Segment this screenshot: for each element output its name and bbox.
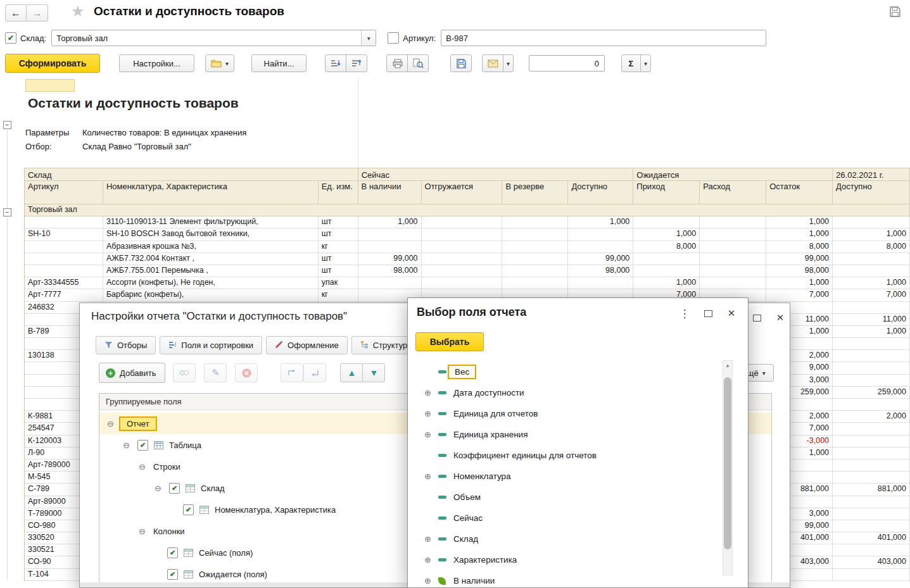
collapse-groups-button[interactable] — [325, 54, 346, 72]
collapse-icon[interactable]: ⊖ — [123, 441, 132, 450]
table-cell — [422, 265, 503, 277]
expand-icon[interactable]: ⊕ — [424, 555, 438, 565]
print-button[interactable] — [386, 54, 408, 72]
table-cell: шт — [319, 253, 358, 265]
warehouse-combobox[interactable]: Торговый зал ▾ — [51, 30, 376, 46]
selected-cell[interactable] — [25, 79, 75, 92]
tree-checkbox[interactable]: ✔ — [169, 483, 180, 494]
column-header-cell: В наличии — [358, 181, 422, 204]
table-cell: 1,000 — [833, 228, 910, 241]
collapse-icon[interactable]: ⊖ — [107, 419, 116, 428]
tab-appearance-brush[interactable]: Оформление — [266, 336, 348, 354]
expand-groups-button[interactable] — [346, 54, 367, 72]
add-button[interactable]: + Добавить — [99, 363, 165, 383]
move-up-button[interactable]: ▲ — [340, 363, 363, 382]
table-row[interactable]: Арт-33344555Ассорти (конфеты), Не годен,… — [25, 277, 910, 289]
field-dialog-title: Выбор поля отчета — [417, 306, 526, 319]
collapse-icon[interactable]: ⊖ — [155, 484, 163, 493]
expand-icon[interactable]: ⊕ — [424, 576, 438, 585]
maximize-icon — [704, 310, 712, 317]
generate-button[interactable]: Сформировать — [5, 54, 100, 73]
table-row[interactable]: 3110-1109013-11 Элемент фильтрующий,шт1,… — [25, 216, 910, 228]
field-item[interactable]: ⊕Номенклатура — [415, 466, 719, 487]
save-result-button[interactable] — [450, 54, 472, 72]
report-variants-button[interactable]: ▾ — [205, 54, 234, 72]
scrollbar-thumb[interactable] — [724, 377, 731, 549]
table-row[interactable]: АЖБ7.732.004 Контакт ,шт99,00099,00099,0… — [25, 253, 910, 265]
table-cell: 403,000 — [833, 556, 910, 568]
select-button[interactable]: Выбрать — [415, 332, 484, 351]
table-cell — [422, 216, 503, 228]
field-item[interactable]: ⊕В наличии — [415, 570, 719, 587]
delete-button[interactable] — [235, 363, 258, 382]
table-group-row[interactable]: Торговый зал — [25, 204, 910, 216]
expand-icon[interactable]: ⊕ — [424, 472, 438, 481]
settings-tabs: ОтборыПоля и сортировкиОформлениеСтрукту… — [96, 336, 420, 354]
favorites-star-icon[interactable]: ★ — [71, 3, 85, 20]
field-item[interactable]: ⊕Дата доступности — [415, 382, 719, 403]
maximize-button[interactable] — [749, 311, 765, 325]
field-dash-icon — [438, 496, 453, 499]
counter-input[interactable]: 0 — [529, 55, 605, 72]
field-item[interactable]: ⊕Единица хранения — [415, 424, 719, 445]
table-cell — [833, 253, 910, 265]
move-down-button[interactable]: ▼ — [362, 363, 385, 382]
expand-icon[interactable]: ⊕ — [424, 409, 438, 418]
forward-button[interactable]: → — [27, 4, 48, 22]
collapse-icon[interactable]: ⊖ — [139, 527, 148, 536]
field-item[interactable]: Вес — [415, 361, 719, 382]
table-row[interactable]: Абразивная крошка №3,кг8,0008,0008,000 — [25, 241, 910, 253]
expand-icon[interactable]: ⊕ — [424, 430, 438, 439]
report-filter-value: Склад Равно "Торговый зал" — [82, 142, 191, 151]
sum-button[interactable]: Σ — [621, 54, 641, 72]
field-item[interactable]: Коэффициент единицы для отчетов — [415, 445, 719, 466]
settings-button[interactable]: Настройки... — [119, 54, 194, 72]
send-mail-menu-button[interactable]: ▾ — [503, 54, 514, 72]
tree-checkbox[interactable]: ✔ — [137, 440, 148, 451]
table-cell: SH-10 BOSCH Завод бытовой техники, — [103, 228, 319, 241]
article-input[interactable]: В-987 — [441, 30, 766, 46]
field-item-label: Единица для отчетов — [453, 409, 538, 418]
expand-icon[interactable]: ⊕ — [424, 388, 438, 397]
more-menu-button[interactable]: ⋮ — [676, 306, 693, 320]
field-item[interactable]: Объем — [415, 487, 719, 508]
close-button[interactable]: ✕ — [723, 306, 740, 320]
field-item[interactable]: Сейчас — [415, 508, 719, 529]
maximize-button[interactable] — [700, 306, 716, 320]
scroll-up-icon[interactable]: ▲ — [723, 361, 732, 370]
sum-menu-button[interactable]: ▾ — [640, 54, 651, 72]
table-cell: 1,000 — [633, 277, 700, 289]
find-button[interactable]: Найти... — [251, 54, 306, 72]
close-button[interactable]: ✕ — [772, 311, 788, 325]
collapse-group-button[interactable]: − — [3, 208, 11, 216]
collapse-group-button[interactable]: − — [3, 121, 11, 129]
send-mail-button[interactable] — [482, 54, 503, 72]
back-button[interactable]: ← — [5, 4, 27, 22]
print-preview-button[interactable] — [407, 54, 429, 72]
warehouse-checkbox[interactable]: ✔ — [5, 32, 16, 44]
move-up-level-button[interactable] — [281, 363, 303, 382]
table-row[interactable]: SH-10SH-10 BOSCH Завод бытовой техники,ш… — [25, 228, 910, 241]
collapse-icon[interactable]: ⊖ — [139, 462, 148, 472]
chevron-down-icon[interactable]: ▾ — [361, 30, 376, 46]
tree-checkbox[interactable]: ✔ — [167, 547, 178, 558]
table-cell — [25, 241, 103, 253]
field-item[interactable]: ⊕Единица для отчетов — [415, 403, 719, 424]
edit-button[interactable]: ✎ — [204, 363, 227, 382]
move-down-level-button[interactable] — [303, 363, 326, 382]
group-row-label: Торговый зал — [25, 204, 910, 216]
tree-checkbox[interactable]: ✔ — [183, 504, 194, 515]
group-fields-button[interactable] — [173, 363, 196, 382]
save-window-icon[interactable] — [889, 6, 901, 20]
article-checkbox[interactable] — [388, 32, 399, 44]
field-item[interactable]: ⊕Характеристика — [415, 549, 719, 570]
table-cell — [633, 216, 700, 228]
expand-icon[interactable]: ⊕ — [424, 534, 438, 544]
field-item[interactable]: ⊕Склад — [415, 529, 719, 549]
tab-filter-funnel[interactable]: Отборы — [96, 336, 156, 354]
table-row[interactable]: АЖБ7.755.001 Перемычка ,шт98,00098,00098… — [25, 265, 910, 277]
field-dash-icon — [438, 433, 453, 436]
tree-checkbox[interactable]: ✔ — [167, 569, 178, 580]
tab-fields-sort[interactable]: Поля и сортировки — [160, 336, 262, 354]
scrollbar[interactable]: ▲ — [723, 360, 733, 575]
